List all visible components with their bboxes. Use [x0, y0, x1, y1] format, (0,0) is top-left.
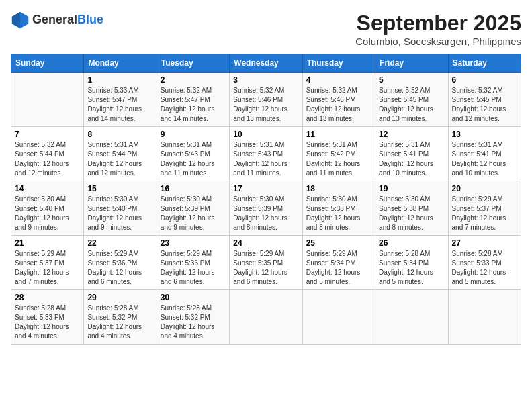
calendar-cell: 9Sunrise: 5:31 AMSunset: 5:43 PMDaylight… [157, 127, 229, 181]
weekday-header-tuesday: Tuesday [157, 54, 229, 73]
logo-general: General [32, 13, 77, 27]
weekday-header-row: SundayMondayTuesdayWednesdayThursdayFrid… [11, 54, 521, 73]
day-number: 8 [87, 130, 152, 139]
weekday-header-thursday: Thursday [302, 54, 375, 73]
day-info: Sunrise: 5:29 AMSunset: 5:37 PMDaylight:… [15, 249, 80, 287]
day-info: Sunrise: 5:29 AMSunset: 5:37 PMDaylight:… [452, 195, 517, 232]
calendar-cell: 8Sunrise: 5:31 AMSunset: 5:44 PMDaylight… [84, 127, 157, 181]
calendar-week-row: 21Sunrise: 5:29 AMSunset: 5:37 PMDayligh… [11, 236, 521, 290]
calendar-cell: 11Sunrise: 5:31 AMSunset: 5:42 PMDayligh… [302, 127, 375, 181]
weekday-header-sunday: Sunday [11, 54, 84, 73]
calendar-cell: 13Sunrise: 5:31 AMSunset: 5:41 PMDayligh… [448, 127, 521, 181]
day-info: Sunrise: 5:28 AMSunset: 5:32 PMDaylight:… [161, 304, 226, 341]
calendar-cell: 21Sunrise: 5:29 AMSunset: 5:37 PMDayligh… [11, 236, 84, 290]
day-number: 19 [379, 184, 444, 193]
calendar-cell: 5Sunrise: 5:32 AMSunset: 5:45 PMDaylight… [375, 73, 448, 127]
day-number: 27 [452, 238, 517, 248]
day-info: Sunrise: 5:30 AMSunset: 5:38 PMDaylight:… [306, 195, 371, 232]
day-info: Sunrise: 5:30 AMSunset: 5:40 PMDaylight:… [87, 195, 152, 232]
calendar-cell: 22Sunrise: 5:29 AMSunset: 5:36 PMDayligh… [84, 236, 157, 290]
day-number: 2 [161, 75, 226, 85]
calendar-cell: 24Sunrise: 5:29 AMSunset: 5:35 PMDayligh… [230, 236, 302, 290]
logo: General Blue [11, 11, 103, 30]
day-info: Sunrise: 5:30 AMSunset: 5:39 PMDaylight:… [233, 195, 298, 232]
day-info: Sunrise: 5:28 AMSunset: 5:33 PMDaylight:… [15, 304, 80, 341]
day-info: Sunrise: 5:28 AMSunset: 5:33 PMDaylight:… [452, 249, 517, 287]
calendar-cell: 17Sunrise: 5:30 AMSunset: 5:39 PMDayligh… [230, 181, 302, 236]
day-info: Sunrise: 5:31 AMSunset: 5:43 PMDaylight:… [233, 140, 298, 178]
logo-icon [11, 11, 30, 30]
calendar-cell: 27Sunrise: 5:28 AMSunset: 5:33 PMDayligh… [448, 236, 521, 290]
calendar-cell: 30Sunrise: 5:28 AMSunset: 5:32 PMDayligh… [157, 290, 229, 345]
day-info: Sunrise: 5:32 AMSunset: 5:45 PMDaylight:… [452, 86, 517, 124]
calendar-cell: 28Sunrise: 5:28 AMSunset: 5:33 PMDayligh… [11, 290, 84, 345]
calendar-week-row: 7Sunrise: 5:32 AMSunset: 5:44 PMDaylight… [11, 127, 521, 181]
day-number: 16 [161, 184, 226, 193]
day-info: Sunrise: 5:31 AMSunset: 5:44 PMDaylight:… [87, 140, 152, 178]
day-info: Sunrise: 5:29 AMSunset: 5:36 PMDaylight:… [87, 249, 152, 287]
day-info: Sunrise: 5:28 AMSunset: 5:34 PMDaylight:… [379, 249, 444, 287]
svg-marker-1 [20, 12, 28, 29]
day-info: Sunrise: 5:31 AMSunset: 5:42 PMDaylight:… [306, 140, 371, 178]
day-info: Sunrise: 5:33 AMSunset: 5:47 PMDaylight:… [87, 86, 152, 124]
day-number: 20 [452, 184, 517, 193]
calendar-week-row: 1Sunrise: 5:33 AMSunset: 5:47 PMDaylight… [11, 73, 521, 127]
day-info: Sunrise: 5:30 AMSunset: 5:38 PMDaylight:… [379, 195, 444, 232]
calendar-cell [375, 290, 448, 345]
calendar-header: SundayMondayTuesdayWednesdayThursdayFrid… [11, 54, 521, 73]
calendar-week-row: 28Sunrise: 5:28 AMSunset: 5:33 PMDayligh… [11, 290, 521, 345]
day-info: Sunrise: 5:32 AMSunset: 5:44 PMDaylight:… [15, 140, 80, 178]
calendar-cell [448, 290, 521, 345]
calendar-cell: 7Sunrise: 5:32 AMSunset: 5:44 PMDaylight… [11, 127, 84, 181]
day-info: Sunrise: 5:29 AMSunset: 5:35 PMDaylight:… [233, 249, 298, 287]
calendar-cell: 12Sunrise: 5:31 AMSunset: 5:41 PMDayligh… [375, 127, 448, 181]
calendar-cell: 19Sunrise: 5:30 AMSunset: 5:38 PMDayligh… [375, 181, 448, 236]
day-number: 11 [306, 130, 371, 139]
day-number: 5 [379, 75, 444, 85]
day-number: 15 [87, 184, 152, 193]
day-info: Sunrise: 5:32 AMSunset: 5:45 PMDaylight:… [379, 86, 444, 124]
day-number: 13 [452, 130, 517, 139]
day-number: 12 [379, 130, 444, 139]
weekday-header-friday: Friday [375, 54, 448, 73]
day-info: Sunrise: 5:30 AMSunset: 5:40 PMDaylight:… [15, 195, 80, 232]
day-number: 28 [15, 293, 80, 302]
day-number: 9 [161, 130, 226, 139]
calendar-cell: 3Sunrise: 5:32 AMSunset: 5:46 PMDaylight… [230, 73, 302, 127]
calendar-cell: 6Sunrise: 5:32 AMSunset: 5:45 PMDaylight… [448, 73, 521, 127]
day-number: 14 [15, 184, 80, 193]
calendar-cell [230, 290, 302, 345]
day-info: Sunrise: 5:28 AMSunset: 5:32 PMDaylight:… [87, 304, 152, 341]
day-number: 23 [161, 238, 226, 248]
day-number: 6 [452, 75, 517, 85]
page-header: General Blue September 2025 Columbio, So… [11, 11, 521, 47]
calendar-cell: 29Sunrise: 5:28 AMSunset: 5:32 PMDayligh… [84, 290, 157, 345]
calendar-cell: 20Sunrise: 5:29 AMSunset: 5:37 PMDayligh… [448, 181, 521, 236]
day-number: 26 [379, 238, 444, 248]
day-info: Sunrise: 5:29 AMSunset: 5:36 PMDaylight:… [161, 249, 226, 287]
calendar-cell [11, 73, 84, 127]
day-number: 25 [306, 238, 371, 248]
day-number: 17 [233, 184, 298, 193]
calendar-cell: 25Sunrise: 5:29 AMSunset: 5:34 PMDayligh… [302, 236, 375, 290]
day-info: Sunrise: 5:32 AMSunset: 5:46 PMDaylight:… [306, 86, 371, 124]
day-number: 3 [233, 75, 298, 85]
weekday-header-saturday: Saturday [448, 54, 521, 73]
month-year: September 2025 [355, 11, 521, 36]
calendar-table: SundayMondayTuesdayWednesdayThursdayFrid… [11, 54, 521, 345]
day-number: 18 [306, 184, 371, 193]
day-info: Sunrise: 5:32 AMSunset: 5:47 PMDaylight:… [161, 86, 226, 124]
day-info: Sunrise: 5:31 AMSunset: 5:41 PMDaylight:… [452, 140, 517, 178]
calendar-body: 1Sunrise: 5:33 AMSunset: 5:47 PMDaylight… [11, 73, 521, 345]
weekday-header-monday: Monday [84, 54, 157, 73]
day-number: 4 [306, 75, 371, 85]
day-info: Sunrise: 5:30 AMSunset: 5:39 PMDaylight:… [161, 195, 226, 232]
day-number: 10 [233, 130, 298, 139]
day-number: 22 [87, 238, 152, 248]
day-number: 29 [87, 293, 152, 302]
calendar-cell: 23Sunrise: 5:29 AMSunset: 5:36 PMDayligh… [157, 236, 229, 290]
calendar-cell: 10Sunrise: 5:31 AMSunset: 5:43 PMDayligh… [230, 127, 302, 181]
calendar-cell: 1Sunrise: 5:33 AMSunset: 5:47 PMDaylight… [84, 73, 157, 127]
calendar-cell: 14Sunrise: 5:30 AMSunset: 5:40 PMDayligh… [11, 181, 84, 236]
day-info: Sunrise: 5:29 AMSunset: 5:34 PMDaylight:… [306, 249, 371, 287]
